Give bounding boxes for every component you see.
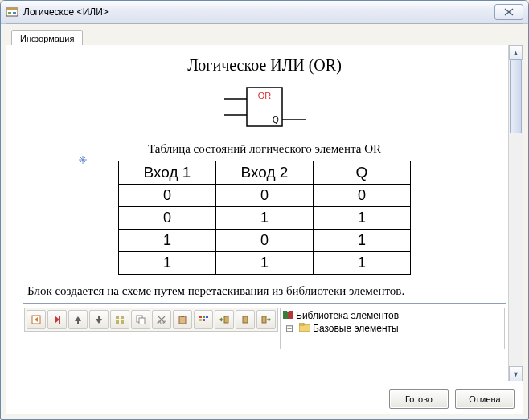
svg-rect-23	[203, 316, 205, 318]
table-row: 1 1 1	[119, 252, 411, 275]
tool-nav-forward[interactable]	[47, 310, 67, 329]
table-row: 0 0 0	[119, 185, 411, 207]
svg-rect-15	[121, 320, 124, 324]
scroll-up-button[interactable]: ▲	[509, 45, 523, 60]
gate-diagram: OR Q	[23, 83, 506, 134]
scroll-thumb[interactable]	[510, 59, 522, 133]
table-row: 0 1 1	[119, 207, 411, 230]
svg-rect-13	[121, 316, 124, 319]
table-caption: Таблица состояний логического элемента O…	[23, 142, 506, 156]
dialog-buttons: Готово Отмена	[389, 389, 515, 409]
truth-table: Вход 1 Вход 2 Q 0 0 0 0 1	[118, 161, 411, 275]
table-row: 1 0 1	[119, 230, 411, 252]
ok-button[interactable]: Готово	[389, 389, 449, 409]
svg-rect-20	[179, 316, 186, 324]
svg-rect-10	[77, 320, 79, 324]
library-tree[interactable]: Библиотека элементов ⊟ Базовые элементы	[280, 308, 505, 349]
svg-rect-24	[206, 316, 208, 318]
svg-rect-31	[299, 323, 304, 325]
dialog-window: Логическое <ИЛИ> Информация Логическое И…	[0, 0, 529, 420]
close-button[interactable]	[494, 4, 523, 20]
tool-arrow-down[interactable]	[89, 310, 109, 329]
svg-rect-22	[199, 316, 202, 318]
table-header-row: Вход 1 Вход 2 Q	[119, 161, 411, 185]
separator	[23, 303, 506, 304]
anchor-icon	[79, 156, 87, 164]
tool-block-left[interactable]	[215, 310, 234, 329]
gate-output-label: Q	[273, 116, 279, 124]
tool-block-right[interactable]	[256, 310, 276, 329]
window-title: Логическое <ИЛИ>	[23, 6, 494, 18]
tool-nav-back[interactable]	[27, 310, 46, 329]
tree-collapse-icon[interactable]: ⊟	[282, 323, 297, 334]
tool-arrow-up[interactable]	[68, 310, 88, 329]
tree-child-label: Базовые элементы	[313, 323, 399, 334]
svg-rect-17	[139, 318, 145, 324]
content-pane: Логическое ИЛИ (OR) OR Q Таблица состоян…	[6, 45, 523, 381]
svg-rect-25	[199, 319, 202, 321]
tool-grid[interactable]	[110, 310, 129, 329]
svg-rect-3	[13, 12, 16, 14]
svg-rect-14	[116, 320, 119, 324]
svg-rect-28	[243, 316, 248, 323]
svg-rect-21	[181, 316, 184, 317]
tree-root-label: Библиотека элементов	[296, 310, 399, 321]
svg-rect-27	[224, 316, 228, 323]
tool-paste[interactable]	[173, 310, 192, 329]
scroll-down-button[interactable]: ▼	[509, 366, 523, 381]
tool-block[interactable]	[236, 310, 255, 329]
description-text: Блок создается на схеме путем перетаскив…	[27, 284, 502, 298]
titlebar: Логическое <ИЛИ>	[1, 1, 528, 24]
app-icon	[6, 6, 18, 18]
cancel-button[interactable]: Отмена	[455, 389, 515, 409]
tree-child[interactable]: ⊟ Базовые элементы	[282, 322, 502, 335]
svg-rect-12	[116, 316, 119, 319]
vertical-scrollbar[interactable]: ▲ ▼	[508, 45, 523, 381]
page-title: Логическое ИЛИ (OR)	[23, 56, 506, 75]
gate-label: OR	[258, 91, 272, 100]
svg-rect-26	[203, 319, 205, 321]
col-input1: Вход 1	[119, 161, 216, 185]
book-icon	[282, 310, 293, 322]
client-area: Информация Логическое ИЛИ (OR) OR Q Табл…	[6, 23, 523, 414]
bottom-bar: Библиотека элементов ⊟ Базовые элементы	[23, 308, 506, 349]
tool-copy[interactable]	[131, 310, 150, 329]
svg-rect-2	[8, 12, 11, 14]
svg-rect-11	[98, 316, 100, 320]
svg-rect-29	[262, 316, 266, 323]
tree-root[interactable]: Библиотека элементов	[282, 309, 502, 322]
toolbar	[24, 308, 278, 332]
col-output: Q	[314, 161, 411, 185]
tool-palette[interactable]	[194, 310, 213, 329]
tool-cut[interactable]	[152, 310, 171, 329]
col-input2: Вход 2	[216, 161, 314, 185]
folder-icon	[299, 323, 310, 334]
svg-rect-1	[6, 8, 18, 10]
